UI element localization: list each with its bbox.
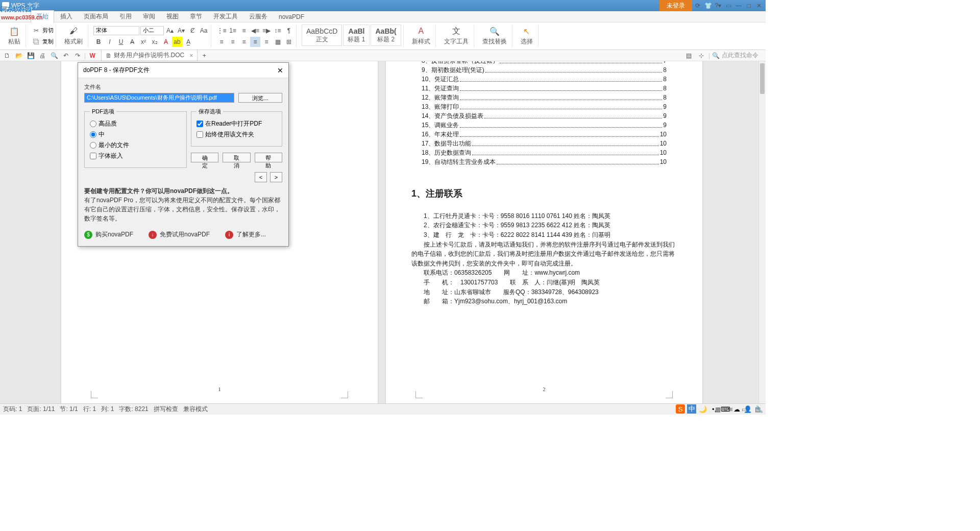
refresh-icon[interactable]: ⟳ <box>693 1 702 10</box>
numbering-icon[interactable]: 1≡ <box>228 26 238 36</box>
italic-icon[interactable]: I <box>105 37 115 47</box>
menu-start[interactable]: 开始 <box>31 10 54 23</box>
find-replace-button[interactable]: 🔍查找替换 <box>479 25 510 47</box>
radio-smallest[interactable] <box>90 142 96 149</box>
tray-cloud-icon[interactable]: ☁ <box>732 404 741 414</box>
tray-user-icon[interactable]: 👤 <box>743 404 752 414</box>
menu-review[interactable]: 审阅 <box>138 11 160 22</box>
cut-icon[interactable]: ✂ <box>31 26 41 36</box>
trial-novapdf-button[interactable]: ↓免费试用novaPDF <box>149 230 210 239</box>
line-spacing-icon[interactable]: ↕≡ <box>273 26 283 36</box>
clear-format-icon[interactable]: Ȼ <box>187 26 198 36</box>
help-button[interactable]: 帮助 <box>255 153 282 162</box>
help-icon[interactable]: ?▾ <box>714 1 723 10</box>
radio-high-quality[interactable] <box>90 120 96 127</box>
tray-keyboard-icon[interactable]: ⌨ <box>721 404 730 414</box>
tray-ime-icon[interactable]: 中 <box>687 404 696 414</box>
scrollbar-thumb[interactable] <box>760 63 765 94</box>
justify-icon[interactable]: ≡ <box>250 37 260 47</box>
superscript-icon[interactable]: x² <box>138 37 149 47</box>
menu-view[interactable]: 视图 <box>161 11 184 22</box>
cancel-button[interactable]: 取消 <box>223 153 250 162</box>
borders-icon[interactable]: ⊞ <box>284 37 294 47</box>
bullets-icon[interactable]: ⋮≡ <box>216 26 227 36</box>
tray-punct-icon[interactable]: •, <box>709 404 719 414</box>
copy-icon[interactable]: ⿻ <box>31 37 41 47</box>
underline-icon[interactable]: U <box>116 37 126 47</box>
font-color-icon[interactable]: A <box>161 37 171 47</box>
check-embed-fonts[interactable] <box>90 153 96 159</box>
char-border-icon[interactable]: A̲ <box>183 37 193 47</box>
shirt-icon[interactable]: 👕 <box>703 1 713 10</box>
tray-moon-icon[interactable]: 🌙 <box>698 404 707 414</box>
format-painter-button[interactable]: 🖌格式刷 <box>61 25 86 47</box>
ok-button[interactable]: 确定 <box>191 153 218 162</box>
menu-insert[interactable]: 插入 <box>55 11 78 22</box>
new-tab-icon[interactable]: + <box>199 51 209 61</box>
radio-medium[interactable] <box>90 131 96 138</box>
new-style-button[interactable]: A新样式 <box>409 25 433 47</box>
increase-indent-icon[interactable]: ≡▶ <box>261 26 272 36</box>
qat-save-icon[interactable]: 💾 <box>26 51 36 61</box>
maximize-icon[interactable]: □ <box>744 1 753 10</box>
grow-font-icon[interactable]: A▴ <box>165 26 175 36</box>
change-case-icon[interactable]: Aa <box>199 26 209 36</box>
style-normal[interactable]: AaBbCcD正文 <box>302 25 342 46</box>
menu-cloud[interactable]: 云服务 <box>244 11 273 22</box>
learn-more-button[interactable]: i了解更多... <box>225 230 266 239</box>
tray-wrench-icon[interactable]: 🔧 <box>754 404 764 414</box>
qat-new-icon[interactable]: 🗋 <box>2 51 12 61</box>
next-button[interactable]: > <box>270 172 282 182</box>
bold-icon[interactable]: B <box>93 37 104 47</box>
search-command[interactable]: 点此查找命令 <box>722 51 758 60</box>
filename-input[interactable] <box>84 93 234 103</box>
menu-layout[interactable]: 页面布局 <box>79 11 113 22</box>
strike-icon[interactable]: A̶ <box>127 37 137 47</box>
style-heading1[interactable]: AaBl标题 1 <box>343 25 370 46</box>
tray-sogou-icon[interactable]: S <box>676 404 685 414</box>
buy-novapdf-button[interactable]: $购买novaPDF <box>84 230 133 239</box>
qat-redo-icon[interactable]: ↷ <box>72 51 83 61</box>
login-button[interactable]: 未登录 <box>659 0 692 11</box>
text-tools-button[interactable]: 文文字工具 <box>441 25 472 47</box>
decrease-indent-icon[interactable]: ◀≡ <box>250 26 260 36</box>
ruler-icon[interactable]: ⊹ <box>696 51 706 61</box>
menu-references[interactable]: 引用 <box>114 11 137 22</box>
font-size-select[interactable] <box>140 26 164 35</box>
show-marks-icon[interactable]: ¶ <box>284 26 294 36</box>
menu-devtools[interactable]: 开发工具 <box>208 11 243 22</box>
highlight-icon[interactable]: ab <box>172 37 182 47</box>
minimize-icon[interactable]: — <box>734 1 743 10</box>
align-center-icon[interactable]: ≡ <box>228 37 238 47</box>
distribute-icon[interactable]: ≡ <box>261 37 272 47</box>
menu-section[interactable]: 章节 <box>185 11 207 22</box>
nav-pane-icon[interactable]: ▤ <box>684 51 694 61</box>
dialog-close-icon[interactable]: ✕ <box>277 66 283 75</box>
shading-icon[interactable]: ▦ <box>273 37 283 47</box>
qat-preview-icon[interactable]: 🔍 <box>49 51 59 61</box>
status-spellcheck[interactable]: 拼写检查 <box>154 405 178 414</box>
multilevel-icon[interactable]: ≡ <box>239 26 249 36</box>
qat-wps-icon[interactable]: W <box>87 51 97 61</box>
qat-open-icon[interactable]: 📂 <box>14 51 24 61</box>
qat-print-icon[interactable]: 🖨 <box>37 51 47 61</box>
check-open-reader[interactable] <box>197 120 203 127</box>
check-always-folder[interactable] <box>197 131 203 138</box>
close-icon[interactable]: ✕ <box>754 1 764 10</box>
font-name-select[interactable] <box>93 26 139 35</box>
tab-close-icon[interactable]: × <box>189 52 193 59</box>
document-tab[interactable]: 🗎 财务用户操作说明书.DOC × <box>101 50 198 61</box>
prev-button[interactable]: < <box>255 172 267 182</box>
align-left-icon[interactable]: ≡ <box>216 37 227 47</box>
shrink-font-icon[interactable]: A▾ <box>176 26 186 36</box>
align-right-icon[interactable]: ≡ <box>239 37 249 47</box>
paste-button[interactable]: 📋粘贴 <box>5 25 23 47</box>
menu-novapdf[interactable]: novaPDF <box>274 12 309 22</box>
select-button[interactable]: ↖选择 <box>518 25 536 47</box>
style-heading2[interactable]: AaBb(标题 2 <box>371 25 401 46</box>
qat-undo-icon[interactable]: ↶ <box>61 51 71 61</box>
window-icon[interactable]: ▭ <box>724 1 733 10</box>
browse-button[interactable]: 浏览... <box>238 93 282 103</box>
vertical-scrollbar[interactable] <box>758 61 766 403</box>
subscript-icon[interactable]: x₂ <box>150 37 160 47</box>
